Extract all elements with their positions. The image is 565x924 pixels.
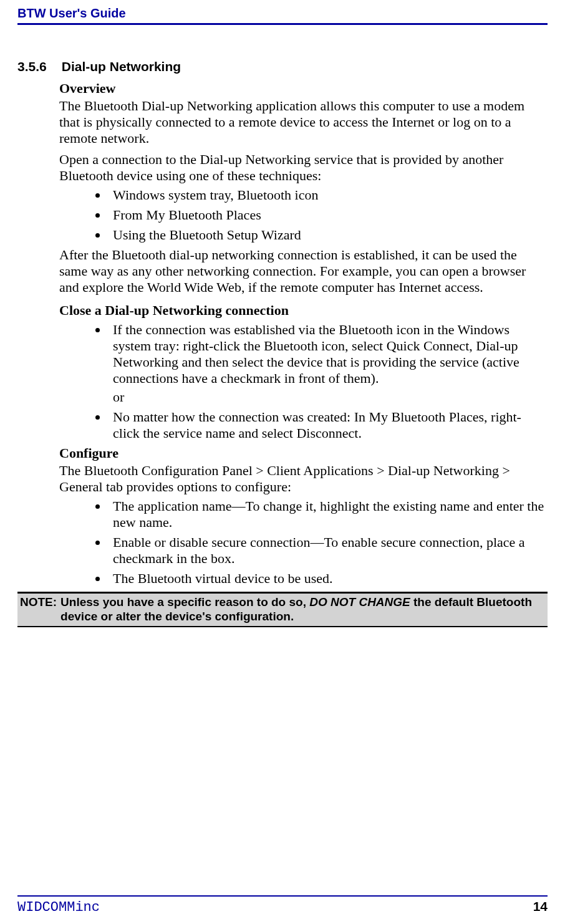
close-heading: Close a Dial-up Networking connection <box>59 302 548 319</box>
list-item: Enable or disable secure connection—To e… <box>108 534 548 567</box>
list-item: Windows system tray, Bluetooth icon <box>108 187 548 203</box>
close-bullets: If the connection was established via th… <box>108 322 548 387</box>
list-item: Using the Bluetooth Setup Wizard <box>108 227 548 243</box>
configure-bullets: The application name—To change it, highl… <box>108 498 548 587</box>
overview-heading: Overview <box>59 80 548 97</box>
overview-p2: Open a connection to the Dial-up Network… <box>59 152 548 184</box>
header-rule <box>17 23 548 25</box>
list-item: If the connection was established via th… <box>108 322 548 387</box>
section-title: Dial-up Networking <box>62 59 181 74</box>
list-item: The application name—To change it, highl… <box>108 498 548 531</box>
list-item: The Bluetooth virtual device to be used. <box>108 570 548 587</box>
footer-left: WIDCOMMinc <box>17 900 100 915</box>
close-or: or <box>108 389 548 405</box>
page-footer: WIDCOMMinc 14 <box>17 895 548 915</box>
note-label: NOTE: <box>20 595 60 623</box>
overview-p1: The Bluetooth Dial-up Networking applica… <box>59 98 548 147</box>
note-text: Unless you have a specific reason to do … <box>60 595 545 623</box>
page-number: 14 <box>533 899 548 914</box>
configure-p1: The Bluetooth Configuration Panel > Clie… <box>59 463 548 495</box>
list-item: No matter how the connection was created… <box>108 409 548 441</box>
overview-bullets: Windows system tray, Bluetooth icon From… <box>108 187 548 243</box>
note-pre: Unless you have a specific reason to do … <box>60 595 309 609</box>
document-header-title: BTW User's Guide <box>17 6 548 21</box>
section-heading: 3.5.6Dial-up Networking <box>17 59 548 74</box>
overview-p3: After the Bluetooth dial-up networking c… <box>59 247 548 296</box>
section-number: 3.5.6 <box>17 59 47 74</box>
list-item: From My Bluetooth Places <box>108 207 548 223</box>
note-emphasis: DO NOT CHANGE <box>309 595 410 609</box>
note-box: NOTE: Unless you have a specific reason … <box>17 592 548 627</box>
close-bullets-2: No matter how the connection was created… <box>108 409 548 441</box>
configure-heading: Configure <box>59 445 548 461</box>
